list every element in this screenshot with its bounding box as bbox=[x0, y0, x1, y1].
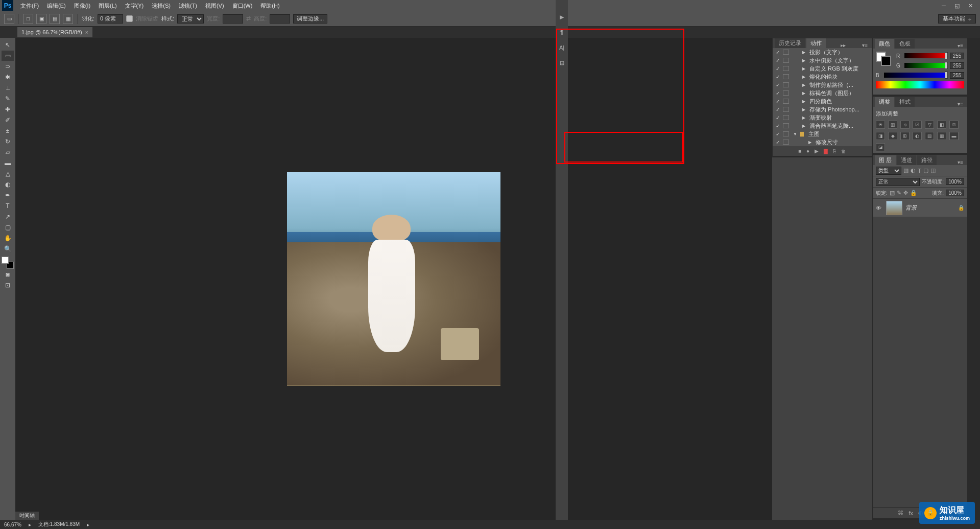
visibility-icon[interactable]: 👁 bbox=[876, 205, 883, 211]
move-tool-icon[interactable]: ↖ bbox=[2, 40, 14, 50]
action-row[interactable]: ✓▶存储为 Photoshop... bbox=[773, 105, 872, 113]
expand-icon[interactable]: ▶ bbox=[802, 116, 807, 120]
check-icon[interactable]: ✓ bbox=[775, 123, 781, 129]
tab-color[interactable]: 颜色 bbox=[875, 39, 894, 49]
action-row[interactable]: ✓▶混合器画笔克隆... bbox=[773, 122, 872, 130]
char-icon[interactable]: A| bbox=[557, 43, 566, 52]
tab-paths[interactable]: 路径 bbox=[917, 155, 937, 165]
tool-preset-icon[interactable]: ▭ bbox=[4, 14, 14, 24]
tab-adjustments[interactable]: 调整 bbox=[875, 97, 894, 107]
actions-list[interactable]: ✓▶投影（文字）✓▶水中倒影（文字）✓▶自定义 RGB 到灰度✓▶熔化的铅块✓▶… bbox=[773, 48, 872, 146]
style-select[interactable]: 正常 bbox=[177, 14, 204, 24]
layer-kind-select[interactable]: 类型 bbox=[876, 167, 901, 175]
filter-pixel-icon[interactable]: ▧ bbox=[903, 167, 909, 174]
foreground-color-swatch[interactable] bbox=[2, 257, 9, 264]
action-row[interactable]: ✓▶修改尺寸 bbox=[773, 138, 872, 146]
filter-adjust-icon[interactable]: ◐ bbox=[911, 167, 916, 174]
check-icon[interactable]: ✓ bbox=[775, 66, 781, 72]
bw-icon[interactable]: ◨ bbox=[876, 132, 885, 140]
action-row[interactable]: ✓▶四分颜色 bbox=[773, 97, 872, 105]
menu-help[interactable]: 帮助(H) bbox=[256, 2, 283, 10]
fill-input[interactable] bbox=[946, 190, 964, 196]
channelmixer-icon[interactable]: ⊞ bbox=[900, 132, 910, 140]
menu-window[interactable]: 窗口(W) bbox=[228, 2, 257, 10]
dialog-toggle[interactable] bbox=[783, 123, 789, 128]
layer-thumbnail[interactable] bbox=[886, 201, 902, 215]
layer-row[interactable]: 👁 背景 🔒 bbox=[873, 199, 967, 217]
panel-menu-icon[interactable]: ▾≡ bbox=[955, 101, 965, 107]
check-icon[interactable]: ✓ bbox=[775, 50, 781, 55]
panel-menu-icon[interactable]: ▾≡ bbox=[860, 42, 870, 48]
hue-icon[interactable]: ◧ bbox=[937, 121, 946, 129]
selectivecolor-icon[interactable]: ◪ bbox=[876, 143, 885, 151]
colorbalance-icon[interactable]: ⚖ bbox=[949, 121, 959, 129]
action-row[interactable]: ✓▶渐变映射 bbox=[773, 113, 872, 122]
check-icon[interactable]: ✓ bbox=[775, 107, 781, 112]
levels-icon[interactable]: ▥ bbox=[888, 121, 897, 129]
crop-tool-icon[interactable]: ⟂ bbox=[2, 83, 14, 93]
menu-image[interactable]: 图像(I) bbox=[70, 2, 94, 10]
r-slider[interactable] bbox=[904, 53, 948, 58]
expand-icon[interactable]: ▶ bbox=[808, 140, 814, 145]
brush-dock-icon[interactable]: ⊞ bbox=[557, 58, 566, 67]
posterize-icon[interactable]: ▤ bbox=[925, 132, 934, 140]
trash-icon[interactable]: 🗑 bbox=[841, 148, 846, 154]
exposure-icon[interactable]: ☑ bbox=[913, 121, 922, 129]
expand-icon[interactable]: ▶ bbox=[802, 66, 807, 71]
check-icon[interactable]: ✓ bbox=[775, 90, 781, 96]
dialog-toggle[interactable] bbox=[783, 99, 789, 104]
menu-edit[interactable]: 编辑(E) bbox=[43, 2, 70, 10]
action-row[interactable]: ✓▶投影（文字） bbox=[773, 48, 872, 56]
expand-icon[interactable]: ▶ bbox=[802, 91, 807, 96]
check-icon[interactable]: ✓ bbox=[775, 99, 781, 104]
expand-icon[interactable]: ▶ bbox=[802, 124, 807, 128]
menu-select[interactable]: 选择(S) bbox=[148, 2, 175, 10]
dialog-toggle[interactable] bbox=[783, 131, 789, 136]
action-row[interactable]: ✓▶熔化的铅块 bbox=[773, 73, 872, 81]
tab-layers[interactable]: 图 层 bbox=[875, 155, 896, 165]
filter-shape-icon[interactable]: ▢ bbox=[923, 167, 928, 174]
expand-icon[interactable]: ▶ bbox=[802, 107, 807, 112]
lock-all-icon[interactable]: 🔒 bbox=[910, 190, 917, 196]
zoom-level[interactable]: 66.67% bbox=[4, 522, 21, 527]
type-tool-icon[interactable]: T bbox=[2, 201, 14, 211]
blend-mode-select[interactable]: 正常 bbox=[876, 178, 920, 186]
magic-wand-tool-icon[interactable]: ✱ bbox=[2, 72, 14, 82]
screenmode-icon[interactable]: ⊡ bbox=[2, 280, 14, 290]
play-dock-icon[interactable]: ▶ bbox=[557, 12, 566, 21]
gradientmap-icon[interactable]: ▬ bbox=[949, 132, 959, 140]
tab-styles[interactable]: 样式 bbox=[895, 97, 915, 107]
action-row[interactable]: ✓▼▇主图 bbox=[773, 130, 872, 138]
action-row[interactable]: ✓▶制作剪贴路径（... bbox=[773, 81, 872, 89]
invert-icon[interactable]: ◐ bbox=[913, 132, 922, 140]
timeline-tab[interactable]: 时间轴 bbox=[15, 512, 39, 520]
expand-icon[interactable]: ▼ bbox=[793, 132, 798, 136]
lock-icon[interactable]: 🔒 bbox=[958, 205, 964, 211]
dialog-toggle[interactable] bbox=[783, 50, 789, 55]
menu-file[interactable]: 文件(F) bbox=[16, 2, 43, 10]
layer-name[interactable]: 背景 bbox=[905, 204, 955, 212]
dodge-tool-icon[interactable]: ◐ bbox=[2, 179, 14, 190]
r-value[interactable] bbox=[950, 53, 964, 59]
paragraph-icon[interactable]: ¶ bbox=[557, 28, 566, 37]
eyedropper-tool-icon[interactable]: ✎ bbox=[2, 94, 14, 104]
gradient-tool-icon[interactable]: ▬ bbox=[2, 158, 14, 168]
canvas-area[interactable] bbox=[15, 38, 772, 520]
hand-tool-icon[interactable]: ✋ bbox=[2, 233, 14, 243]
selection-intersect-icon[interactable]: ▦ bbox=[63, 14, 73, 24]
path-tool-icon[interactable]: ↗ bbox=[2, 212, 14, 222]
minimize-icon[interactable]: ─ bbox=[939, 2, 948, 9]
check-icon[interactable]: ✓ bbox=[775, 82, 781, 88]
photofilter-icon[interactable]: ◆ bbox=[888, 132, 897, 140]
close-icon[interactable]: ✕ bbox=[966, 2, 975, 9]
eraser-tool-icon[interactable]: ▱ bbox=[2, 147, 14, 157]
brush-tool-icon[interactable]: ✐ bbox=[2, 115, 14, 125]
check-icon[interactable]: ✓ bbox=[775, 140, 781, 145]
feather-input[interactable] bbox=[98, 14, 123, 24]
brightness-icon[interactable]: ☀ bbox=[876, 121, 885, 129]
check-icon[interactable]: ✓ bbox=[775, 58, 781, 63]
lock-position-icon[interactable]: ✥ bbox=[903, 190, 908, 196]
selection-subtract-icon[interactable]: ▤ bbox=[50, 14, 60, 24]
foreground-background-colors[interactable] bbox=[2, 257, 14, 269]
marquee-tool-icon[interactable]: ▭ bbox=[2, 51, 14, 61]
